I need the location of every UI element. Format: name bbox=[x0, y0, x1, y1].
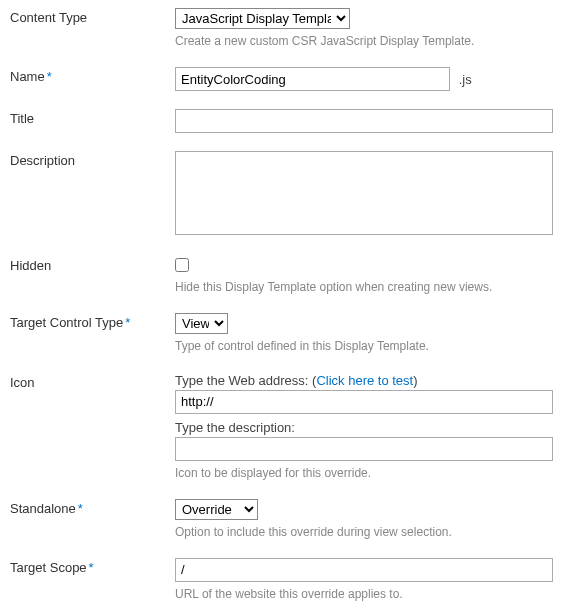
help-content-type: Create a new custom CSR JavaScript Displ… bbox=[175, 33, 567, 49]
label-name: Name* bbox=[10, 67, 175, 84]
row-icon: Icon Type the Web address: (Click here t… bbox=[10, 373, 567, 481]
label-target-scope: Target Scope* bbox=[10, 558, 175, 575]
label-content-type: Content Type bbox=[10, 8, 175, 25]
row-title: Title bbox=[10, 109, 567, 133]
label-description: Description bbox=[10, 151, 175, 168]
label-title: Title bbox=[10, 109, 175, 126]
label-icon: Icon bbox=[10, 373, 175, 390]
icon-web-address-label: Type the Web address: (Click here to tes… bbox=[175, 373, 567, 388]
input-icon-description[interactable] bbox=[175, 437, 553, 461]
help-target-scope: URL of the website this override applies… bbox=[175, 586, 567, 602]
select-standalone[interactable]: Override bbox=[175, 499, 258, 520]
help-hidden: Hide this Display Template option when c… bbox=[175, 279, 567, 295]
row-description: Description bbox=[10, 151, 567, 238]
input-name[interactable] bbox=[175, 67, 450, 91]
input-target-scope[interactable] bbox=[175, 558, 553, 582]
label-target-control-type: Target Control Type* bbox=[10, 313, 175, 330]
help-icon: Icon to be displayed for this override. bbox=[175, 465, 567, 481]
name-extension: .js bbox=[459, 72, 472, 87]
input-title[interactable] bbox=[175, 109, 553, 133]
row-name: Name* .js bbox=[10, 67, 567, 91]
row-hidden: Hidden Hide this Display Template option… bbox=[10, 256, 567, 295]
textarea-description[interactable] bbox=[175, 151, 553, 235]
checkbox-hidden[interactable] bbox=[175, 258, 189, 272]
row-target-scope: Target Scope* URL of the website this ov… bbox=[10, 558, 567, 602]
help-standalone: Option to include this override during v… bbox=[175, 524, 567, 540]
icon-description-label: Type the description: bbox=[175, 420, 567, 435]
label-standalone: Standalone* bbox=[10, 499, 175, 516]
select-target-control-type[interactable]: View bbox=[175, 313, 228, 334]
row-target-control-type: Target Control Type* View Type of contro… bbox=[10, 313, 567, 354]
link-test-icon[interactable]: Click here to test bbox=[316, 373, 413, 388]
row-standalone: Standalone* Override Option to include t… bbox=[10, 499, 567, 540]
row-content-type: Content Type JavaScript Display Template… bbox=[10, 8, 567, 49]
select-content-type[interactable]: JavaScript Display Template bbox=[175, 8, 350, 29]
input-icon-url[interactable] bbox=[175, 390, 553, 414]
help-target-control-type: Type of control defined in this Display … bbox=[175, 338, 567, 354]
label-hidden: Hidden bbox=[10, 256, 175, 273]
